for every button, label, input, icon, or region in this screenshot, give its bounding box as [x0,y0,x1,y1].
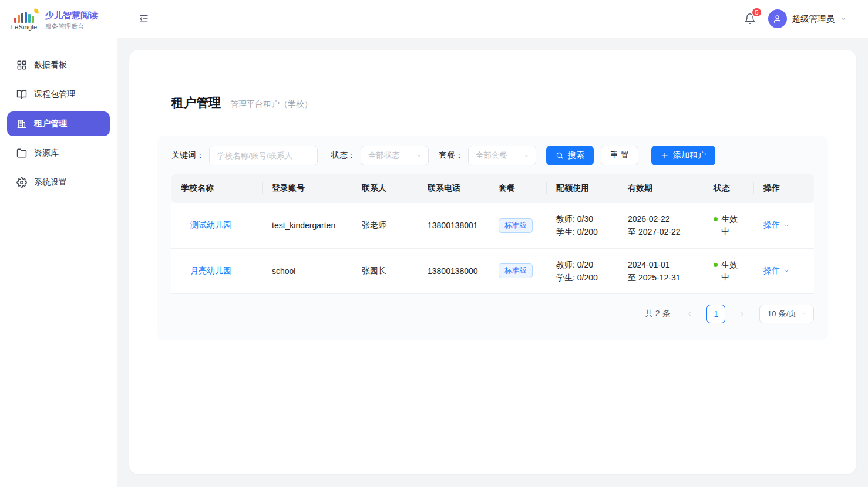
valid-to: 至 2025-12-31 [628,271,704,284]
chevron-down-icon [783,222,790,229]
row-actions-label: 操作 [763,266,780,276]
cell-package: 标准版 [489,248,547,293]
status-badge: 生效中 [721,259,739,283]
cell-phone: 13800138000 [418,248,489,293]
sidebar-item-label: 课程包管理 [34,89,75,100]
status-select-value: 全部状态 [368,150,400,161]
brand-logo: LeSingle 少儿智慧阅读 服务管理后台 [0,0,117,41]
book-icon [16,89,27,100]
col-school-name: 学校名称 [171,174,263,203]
col-validity: 有效期 [618,174,704,203]
table-row: 测试幼儿园 test_kindergarten 张老师 13800138001 … [171,203,814,248]
pagination: 共 2 条 1 10 条/页 [171,305,814,323]
package-tag: 标准版 [499,218,533,233]
table-row: 月亮幼儿园 school 张园长 13800138000 标准版 教师: 0/2… [171,248,814,293]
notification-button[interactable]: 5 [742,11,758,26]
quota-student: 学生: 0/200 [556,271,618,284]
brand-subtitle: 服务管理后台 [45,22,98,31]
col-package: 套餐 [489,174,547,203]
sidebar-item-tenant-management[interactable]: 租户管理 [7,111,110,136]
sidebar-item-system-settings[interactable]: 系统设置 [7,170,110,195]
lesingle-logo-icon: LeSingle [8,11,40,31]
avatar [768,9,787,28]
cell-account: test_kindergarten [263,203,352,248]
col-actions: 操作 [754,174,814,203]
search-icon [556,151,564,160]
table-header-row: 学校名称 登录账号 联系人 联系电话 套餐 配额使用 有效期 状态 操作 [171,174,814,203]
status-dot-icon [714,263,718,267]
pagination-page-1[interactable]: 1 [706,305,725,323]
cell-account: school [263,248,352,293]
notification-badge: 5 [751,7,762,18]
pagination-next-button[interactable] [734,305,751,323]
pagination-prev-button[interactable] [681,305,698,323]
chevron-down-icon [523,153,530,159]
chevron-down-icon [416,153,422,159]
status-badge: 生效中 [721,213,739,238]
cell-quota: 教师: 0/30 学生: 0/200 [547,203,618,248]
cell-actions: 操作 [754,248,814,293]
user-menu[interactable]: 超级管理员 [768,9,847,28]
logo-wordmark: LeSingle [11,23,37,31]
row-actions-label: 操作 [763,220,780,231]
valid-from: 2024-01-01 [628,258,704,271]
school-link[interactable]: 月亮幼儿园 [190,266,231,275]
add-tenant-button-label: 添加租户 [673,150,706,161]
row-actions-dropdown[interactable]: 操作 [763,220,814,231]
user-name: 超级管理员 [792,13,835,25]
sidebar-item-dashboard[interactable]: 数据看板 [7,53,110,77]
status-select[interactable]: 全部状态 [361,146,429,165]
chevron-down-icon [783,268,790,274]
valid-to: 至 2027-02-22 [628,225,704,238]
logo-spark-icon [33,8,39,13]
sidebar: LeSingle 少儿智慧阅读 服务管理后台 数据看板 课程包管理 租户管理 资… [0,0,117,487]
tenant-panel: 关键词： 状态： 全部状态 套餐： 全部套餐 搜索 重 置 [157,136,828,340]
package-select-value: 全部套餐 [476,150,507,161]
add-tenant-button[interactable]: 添加租户 [651,146,715,165]
menu-fold-icon [139,13,149,24]
package-label: 套餐： [439,150,463,161]
folder-icon [16,148,27,158]
cell-school: 月亮幼儿园 [171,248,263,293]
sidebar-item-label: 数据看板 [34,60,67,70]
cell-validity: 2024-01-01 至 2025-12-31 [618,248,704,293]
reset-button[interactable]: 重 置 [601,146,638,165]
reset-button-label: 重 置 [610,150,629,161]
page-title: 租户管理 [171,94,221,111]
dashboard-icon [16,60,27,70]
tenant-table: 学校名称 登录账号 联系人 联系电话 套餐 配额使用 有效期 状态 操作 测试幼… [171,174,814,294]
logo-bars [14,11,34,23]
row-actions-dropdown[interactable]: 操作 [763,266,814,276]
status-dot-icon [714,217,718,221]
quota-teacher: 教师: 0/30 [556,212,618,225]
gear-icon [16,177,27,188]
cell-status: 生效中 [704,203,754,248]
sidebar-nav: 数据看板 课程包管理 租户管理 资源库 系统设置 [0,41,117,195]
sidebar-item-label: 租户管理 [34,119,67,129]
tenant-management-card: 租户管理 管理平台租户（学校） 关键词： 状态： 全部状态 套餐： 全部套餐 搜… [129,50,856,474]
col-quota: 配额使用 [547,174,618,203]
keyword-label: 关键词： [171,150,204,161]
search-button[interactable]: 搜索 [546,146,594,165]
cell-quota: 教师: 0/20 学生: 0/200 [547,248,618,293]
top-header: 5 超级管理员 [117,0,868,38]
keyword-input[interactable] [209,146,318,165]
cell-validity: 2026-02-22 至 2027-02-22 [618,203,704,248]
filter-row: 关键词： 状态： 全部状态 套餐： 全部套餐 搜索 重 置 [171,146,814,165]
package-select[interactable]: 全部套餐 [468,146,536,165]
chevron-left-icon [686,310,693,317]
quota-teacher: 教师: 0/20 [556,258,618,271]
page-subtitle: 管理平台租户（学校） [230,99,312,110]
brand-title: 少儿智慧阅读 [45,10,98,21]
col-status: 状态 [704,174,754,203]
menu-fold-button[interactable] [137,12,151,26]
pagination-total: 共 2 条 [645,309,671,319]
cell-actions: 操作 [754,203,814,248]
sidebar-item-resource-library[interactable]: 资源库 [7,141,110,165]
page-size-select[interactable]: 10 条/页 [759,305,814,323]
sidebar-item-label: 资源库 [34,148,59,158]
cell-status: 生效中 [704,248,754,293]
school-link[interactable]: 测试幼儿园 [190,220,231,229]
col-phone: 联系电话 [418,174,489,203]
sidebar-item-course-packages[interactable]: 课程包管理 [7,82,110,107]
